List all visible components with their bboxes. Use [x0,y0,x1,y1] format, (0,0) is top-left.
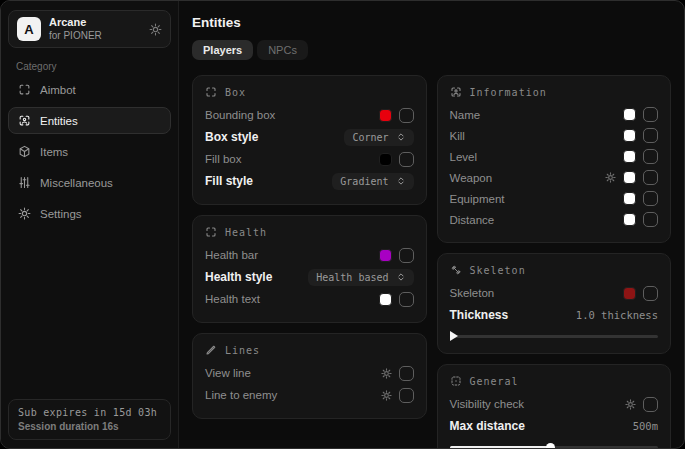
color-swatch[interactable] [623,108,636,121]
cube-icon [18,145,31,158]
thickness-value: 1.0 thickness [576,309,658,321]
slider-fill [450,446,550,448]
unfold-icon [396,132,406,142]
sidebar-item-label: Miscellaneous [40,177,113,189]
category-label: Category [16,61,171,72]
panel-title: Health [225,227,267,238]
color-swatch[interactable] [623,287,636,300]
checkbox[interactable] [399,248,414,263]
setting-label: Level [450,151,478,163]
setting-label: Distance [450,214,495,226]
sliders-icon [18,176,31,189]
setting-label: Name [450,109,481,121]
unfold-icon [396,272,406,282]
checkbox[interactable] [643,191,658,206]
setting-row: View line [205,362,414,384]
checkbox[interactable] [399,366,414,381]
box-style-dropdown[interactable]: Corner [344,129,413,146]
checkbox[interactable] [643,397,658,412]
checkbox[interactable] [399,152,414,167]
gear-icon [18,207,31,220]
checkbox[interactable] [399,388,414,403]
session-duration-text: Session duration 16s [18,421,161,432]
main-content: Entities Players NPCs Box Bounding box [179,1,684,448]
checkbox[interactable] [399,292,414,307]
setting-row: Equipment [450,188,659,209]
unfold-icon [396,176,406,186]
gear-icon[interactable] [605,172,616,183]
thickness-slider[interactable] [450,331,659,341]
dropdown-value: Health based [316,272,388,283]
sidebar-item-label: Items [40,146,68,158]
sidebar-item-settings[interactable]: Settings [8,200,171,227]
tab-npcs[interactable]: NPCs [257,40,308,60]
max-distance-value: 500m [633,420,658,432]
checkbox[interactable] [643,286,658,301]
scan-brackets-icon [205,226,217,238]
sidebar-item-label: Settings [40,208,82,220]
sidebar-item-aimbot[interactable]: Aimbot [8,76,171,103]
color-swatch[interactable] [623,213,636,226]
setting-row: Thickness 1.0 thickness [450,304,659,326]
setting-label: Fill box [205,153,241,165]
thickness-slider-thumb[interactable] [450,331,458,341]
information-panel: Information Name Kill [437,75,672,243]
slider-track[interactable] [450,335,659,338]
color-swatch[interactable] [379,109,392,122]
setting-row: Visibility check [450,393,659,415]
sub-expiry-text: Sub expires in 15d 03h [18,407,161,418]
color-swatch[interactable] [623,129,636,142]
dropdown-value: Corner [352,132,388,143]
max-distance-slider-thumb[interactable] [546,443,555,448]
sidebar-nav: Aimbot Entities Items Miscellaneous Sett… [8,76,171,227]
setting-label: Health text [205,293,260,305]
scan-brackets-icon [205,86,217,98]
skeleton-panel: Skeleton Skeleton Thickness 1.0 thicknes… [437,253,672,354]
entity-scan-icon [450,86,462,98]
setting-row: Max distance 500m [450,415,659,437]
setting-label: Kill [450,130,465,142]
gear-icon[interactable] [381,368,392,379]
crosshair-icon [18,83,31,96]
sidebar-item-miscellaneous[interactable]: Miscellaneous [8,169,171,196]
bone-icon [450,264,462,276]
tab-players[interactable]: Players [192,40,253,60]
setting-label: Health bar [205,249,258,261]
sidebar-item-items[interactable]: Items [8,138,171,165]
setting-label: Line to enemy [205,389,277,401]
checkbox[interactable] [643,170,658,185]
color-swatch[interactable] [379,293,392,306]
sidebar-item-entities[interactable]: Entities [8,107,171,134]
setting-label: Fill style [205,174,253,188]
checkbox[interactable] [643,107,658,122]
checkbox[interactable] [643,149,658,164]
max-distance-slider[interactable] [450,442,659,448]
setting-label: Bounding box [205,109,275,121]
checkbox[interactable] [399,108,414,123]
setting-label: Thickness [450,308,509,322]
color-swatch[interactable] [379,249,392,262]
setting-row: Skeleton [450,282,659,304]
checkbox[interactable] [643,128,658,143]
color-swatch[interactable] [623,192,636,205]
sidebar-item-label: Aimbot [40,84,76,96]
dashed-box-icon [450,375,462,387]
panel-title: Skeleton [470,265,526,276]
setting-label: View line [205,367,251,379]
setting-label: Skeleton [450,287,495,299]
setting-row: Weapon [450,167,659,188]
subscription-box: Sub expires in 15d 03h Session duration … [8,399,171,440]
gear-icon[interactable] [381,390,392,401]
color-swatch[interactable] [623,171,636,184]
gear-icon[interactable] [625,399,636,410]
color-swatch[interactable] [623,150,636,163]
panel-title: General [470,376,519,387]
setting-row: Health bar [205,244,414,266]
tab-bar: Players NPCs [192,40,671,60]
gear-icon[interactable] [149,23,162,36]
checkbox[interactable] [643,212,658,227]
color-swatch[interactable] [379,153,392,166]
setting-row: Level [450,146,659,167]
fill-style-dropdown[interactable]: Gradient [332,173,413,190]
health-style-dropdown[interactable]: Health based [308,269,413,286]
